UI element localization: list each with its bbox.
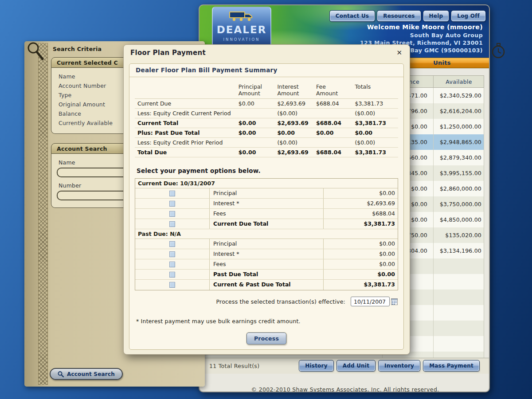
payment-option-row: Current & Past Due Total $3,381.73 bbox=[135, 280, 398, 290]
log-off-button[interactable]: Log Off bbox=[451, 11, 485, 21]
payment-option-row: Past Due Total $0.00 bbox=[135, 270, 398, 280]
current-due-section-header: Current Due: 10/31/2007 bbox=[135, 179, 398, 188]
past-due-section-header: Past Due: N/A bbox=[135, 229, 398, 239]
summary-column-headers: Principal Amount Interest Amount Fee Amo… bbox=[135, 81, 398, 99]
payment-checkbox[interactable] bbox=[169, 262, 175, 267]
payment-option-row: Fees $0.00 bbox=[135, 259, 398, 270]
available-cell: $3,995,155.00 bbox=[433, 165, 481, 181]
copyright-footer: © 2002-2010 Shaw Systems Associates, Inc… bbox=[200, 374, 490, 392]
help-button[interactable]: Help bbox=[423, 11, 449, 21]
logo-subtitle: INNOVATION bbox=[213, 37, 270, 42]
payment-option-row: Interest * $0.00 bbox=[135, 249, 398, 259]
tab-units[interactable]: Units bbox=[424, 58, 460, 68]
results-count: 11 Total Result(s) bbox=[209, 358, 259, 374]
summary-row: Less: Equity Credit Current Period ($0.0… bbox=[135, 109, 398, 118]
welcome-user: Welcome Mike Moore (mmoore) bbox=[360, 23, 483, 31]
account-search-button-label: Account Search bbox=[67, 371, 115, 377]
payment-checkbox[interactable] bbox=[169, 191, 175, 196]
summary-row: Total Due$0.00 $2,693.69$688.04 $3,381.7… bbox=[135, 148, 398, 157]
effective-date-label: Process the selected transaction(s) effe… bbox=[216, 298, 345, 305]
payment-option-row: Principal $0.00 bbox=[135, 239, 398, 249]
resources-button[interactable]: Resources bbox=[377, 11, 420, 21]
welcome-group: South Bay Auto Group bbox=[360, 31, 483, 39]
available-cell: $135,020.00 bbox=[433, 227, 481, 243]
payment-options-table: Current Due: 10/31/2007 Principal $0.00 … bbox=[135, 178, 398, 290]
clock-icon bbox=[489, 42, 507, 61]
payment-checkbox[interactable] bbox=[169, 211, 175, 217]
logo-title: DEALER bbox=[213, 24, 270, 35]
account-search-button[interactable]: Account Search bbox=[50, 368, 123, 380]
col-fee-amount: Fee Amount bbox=[316, 83, 355, 97]
floor-plan-payment-dialog: Floor Plan Payment ✕ Dealer Floor Plan B… bbox=[123, 44, 410, 355]
close-icon[interactable]: ✕ bbox=[395, 48, 404, 58]
column-header-available[interactable]: Available bbox=[433, 76, 484, 87]
payment-checkbox[interactable] bbox=[169, 282, 175, 288]
payment-checkbox[interactable] bbox=[169, 221, 175, 227]
results-bar: 11 Total Result(s) History Add Unit Inve… bbox=[200, 358, 490, 374]
search-icon bbox=[58, 371, 64, 377]
summary-row: Less: Equity Credit Prior Period ($0.00)… bbox=[135, 138, 398, 148]
action-buttons: History Add Unit Inventory Mass Payment bbox=[299, 360, 479, 371]
payment-option-row: Interest * $2,693.69 bbox=[135, 199, 398, 209]
truck-icon bbox=[229, 11, 254, 22]
payment-summary-box: Dealer Floor Plan Bill Payment Summary P… bbox=[129, 63, 404, 350]
search-criteria-title: Search Criteria bbox=[53, 46, 102, 52]
available-cell: $3,750,000.00 bbox=[433, 196, 481, 212]
payment-checkbox[interactable] bbox=[169, 201, 175, 207]
payment-checkbox[interactable] bbox=[169, 251, 175, 257]
top-nav: Contact Us Resources Help Log Off bbox=[330, 11, 485, 21]
summary-header: Dealer Floor Plan Bill Payment Summary bbox=[129, 64, 403, 77]
interest-footnote: * Interest payment may use bulk earnings… bbox=[136, 318, 403, 325]
calendar-icon[interactable] bbox=[391, 298, 398, 305]
payment-checkbox[interactable] bbox=[169, 241, 175, 247]
summary-table: Principal Amount Interest Amount Fee Amo… bbox=[135, 81, 398, 157]
payment-options-heading: Select your payment options below. bbox=[137, 167, 403, 174]
summary-row: Current Total$0.00 $2,693.69$688.04 $3,3… bbox=[135, 118, 398, 128]
dialog-title: Floor Plan Payment bbox=[130, 49, 206, 57]
payment-option-row: Current Due Total $3,381.73 bbox=[135, 219, 398, 229]
payment-checkbox[interactable] bbox=[169, 272, 175, 278]
col-interest-amount: Interest Amount bbox=[277, 83, 316, 97]
process-button[interactable]: Process bbox=[246, 332, 286, 344]
lace-ornament bbox=[38, 43, 48, 385]
payment-option-row: Fees $688.04 bbox=[135, 209, 398, 219]
available-cell: $2,860,000.00 bbox=[433, 181, 481, 196]
available-cell: $2,879,340.00 bbox=[433, 150, 481, 165]
contact-us-button[interactable]: Contact Us bbox=[330, 11, 375, 21]
summary-row: Current Due$0.00 $2,693.69$688.04 $3,381… bbox=[135, 99, 398, 109]
available-cell: $4,850,000.00 bbox=[433, 212, 481, 227]
available-cell: $2,340,529.00 bbox=[433, 88, 481, 103]
available-cell: $2,616,204.00 bbox=[433, 103, 481, 119]
available-cell: $2,948,865.00 bbox=[433, 134, 481, 150]
available-cell: $3,134,196.00 bbox=[433, 243, 481, 258]
payment-option-row: Principal $0.00 bbox=[135, 188, 398, 199]
summary-row: Plus: Past Due Total$0.00 $0.00$0.00 $0.… bbox=[135, 128, 398, 138]
add-unit-button[interactable]: Add Unit bbox=[337, 360, 375, 371]
col-principal-amount: Principal Amount bbox=[239, 83, 278, 97]
search-icon bbox=[25, 40, 46, 63]
inventory-button[interactable]: Inventory bbox=[379, 360, 420, 371]
effective-date-row: Process the selected transaction(s) effe… bbox=[129, 297, 398, 306]
history-button[interactable]: History bbox=[299, 360, 333, 371]
col-totals: Totals bbox=[355, 83, 399, 97]
mass-payment-button[interactable]: Mass Payment bbox=[423, 360, 479, 371]
effective-date-input[interactable] bbox=[351, 297, 390, 306]
available-cell: $1,250,000.00 bbox=[433, 119, 481, 134]
